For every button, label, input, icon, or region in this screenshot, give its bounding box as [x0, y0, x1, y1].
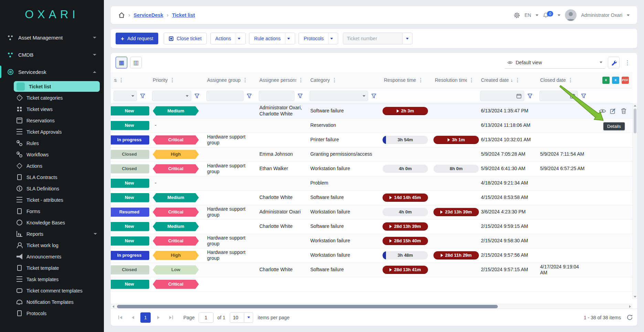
filter-input-assignee-persons[interactable] — [259, 91, 294, 101]
column-header-resolution-time[interactable]: Resolution time⋮ — [431, 72, 477, 88]
filter-input-assignee-group[interactable] — [206, 91, 244, 101]
actions-dropdown[interactable]: Actions — [210, 33, 246, 44]
column-header-response-time[interactable]: Response time⋮ — [380, 72, 431, 88]
ticket-row[interactable]: ClosedLowCharlotte WhiteSoftware failure… — [111, 263, 632, 277]
ticket-number-input[interactable] — [343, 33, 402, 44]
ticket-row[interactable]: NewCritical — [111, 277, 632, 291]
sidebar-item-workflows[interactable]: Workflows — [14, 149, 100, 160]
column-header-closed-date[interactable]: Closed date⋮ — [537, 72, 590, 88]
view-details-icon[interactable] — [599, 108, 606, 114]
calendar-icon[interactable] — [516, 93, 522, 99]
column-view-button[interactable]: ▥ — [130, 57, 142, 68]
sidebar-item-ticket-views[interactable]: Ticket views — [14, 104, 100, 114]
ticket-row[interactable]: In progressHighHardware support groupWor… — [111, 248, 632, 263]
filter-funnel-icon[interactable] — [526, 91, 534, 100]
filter-select-priority[interactable] — [152, 91, 191, 101]
ticket-row[interactable]: In progressCriticalHardware support grou… — [111, 133, 632, 147]
column-header-assignee-persons[interactable]: Assignee persons⋮ — [256, 72, 307, 88]
ticket-row[interactable]: NewCriticalHardware support groupWorksta… — [111, 234, 632, 248]
sidebar-item-announcements[interactable]: Announcements — [14, 251, 100, 262]
sidebar-item-forms[interactable]: Forms — [14, 206, 100, 217]
filter-date-created-date[interactable] — [480, 91, 524, 101]
sidebar-item-actions[interactable]: Actions — [14, 161, 100, 171]
current-page-button[interactable]: 1 — [140, 312, 151, 323]
sidebar-item-ticket-approvals[interactable]: Ticket Approvals — [14, 126, 100, 137]
sidebar-item-task-templates[interactable]: Task templates — [14, 274, 100, 285]
add-request-button[interactable]: + Add request — [116, 33, 158, 44]
ticket-row[interactable]: ClosedCriticalHardware support groupEtha… — [111, 162, 632, 176]
column-menu-icon[interactable]: ⋮ — [243, 77, 248, 83]
language-selector[interactable]: EN — [525, 12, 531, 18]
column-header-created-date[interactable]: Created date↓⋮ — [477, 72, 537, 88]
cell-created-date[interactable]: 6/13/2024 1:35:47 PM — [477, 104, 537, 118]
filter-funnel-icon[interactable] — [579, 91, 588, 100]
sidebar-item-notification-templates[interactable]: Notification Templates — [14, 297, 100, 307]
filter-funnel-icon[interactable] — [138, 91, 147, 100]
close-ticket-button[interactable]: Close ticket — [164, 33, 206, 44]
grid-menu-dots[interactable]: ⋮ — [622, 59, 632, 66]
notifications-button[interactable]: 0 — [543, 12, 553, 18]
filter-funnel-icon[interactable] — [193, 91, 201, 100]
column-menu-icon[interactable]: ⋮ — [515, 77, 520, 83]
sidebar-item-servicedesk[interactable]: Servicedesk — [0, 63, 104, 80]
sidebar-item-asset-management[interactable]: Asset Management — [0, 29, 104, 46]
column-menu-icon[interactable]: ⋮ — [469, 77, 474, 83]
scroll-up-arrow[interactable] — [633, 103, 637, 108]
scroll-down-arrow[interactable] — [633, 294, 637, 299]
next-page-button[interactable] — [153, 312, 163, 323]
sidebar-item-knowledge-bases[interactable]: Knowledge Bases — [14, 217, 100, 228]
sidebar-item-protocols[interactable]: Protocols — [14, 308, 100, 319]
vertical-scrollbar[interactable] — [632, 103, 637, 299]
scroll-right-arrow[interactable] — [627, 304, 632, 309]
user-avatar[interactable] — [565, 9, 577, 21]
ticket-row[interactable]: New-Reservation6/13/2024 11:18:06 AM — [111, 118, 632, 133]
ticket-row[interactable]: New-Problem4/18/2024 9:21:34 AM — [111, 176, 632, 190]
delete-ticket-icon[interactable] — [620, 108, 627, 114]
sidebar-item-ticket-attributes[interactable]: Ticket - attributes — [14, 195, 100, 205]
view-selector[interactable]: Default view — [505, 56, 605, 69]
sidebar-item-sla-contracts[interactable]: SLA Contracts — [14, 172, 100, 182]
filter-funnel-icon[interactable] — [369, 91, 378, 100]
ticket-row[interactable]: NewMediumCharlotte WhiteSoftware failure… — [111, 190, 632, 205]
refresh-button[interactable] — [626, 314, 633, 321]
sidebar-item-ticket-list[interactable]: Ticket list — [14, 81, 100, 92]
grid-view-button[interactable]: ▦ — [116, 57, 127, 68]
notifications-caret-icon[interactable] — [558, 14, 560, 16]
previous-page-button[interactable] — [128, 312, 138, 323]
sidebar-item-ticket-comment-templates[interactable]: Ticket comment templates — [14, 285, 100, 296]
vertical-scrollbar-thumb[interactable] — [634, 109, 636, 133]
horizontal-scrollbar[interactable] — [111, 304, 632, 309]
column-menu-icon[interactable]: ⋮ — [568, 77, 573, 83]
sidebar-item-cmdb[interactable]: CMDB — [0, 46, 104, 63]
column-menu-icon[interactable]: ⋮ — [119, 77, 124, 83]
breadcrumb-servicedesk[interactable]: ServiceDesk — [133, 12, 163, 18]
export-csv-icon[interactable]: X — [612, 77, 619, 84]
ticket-row[interactable]: ResumedCriticalHardware support groupAdm… — [111, 205, 632, 219]
items-per-page-value[interactable]: 10 — [230, 312, 244, 323]
scroll-left-arrow[interactable] — [111, 304, 116, 309]
protocols-dropdown[interactable]: Protocols — [299, 33, 338, 44]
breadcrumb-ticket-list[interactable]: Ticket list — [172, 12, 195, 18]
filter-date-closed-date[interactable] — [539, 91, 578, 101]
column-menu-icon[interactable]: ⋮ — [418, 77, 423, 83]
ticket-row[interactable]: NewMediumAdministrator Oxari, Charlotte … — [111, 104, 632, 118]
filter-funnel-icon[interactable] — [296, 91, 304, 100]
export-excel-icon[interactable]: X — [602, 77, 610, 84]
language-caret-icon[interactable] — [536, 14, 538, 16]
items-per-page-dropdown-button[interactable] — [244, 312, 253, 323]
sidebar-item-sla-definitions[interactable]: SLA Definitions — [14, 183, 100, 194]
sidebar-item-rules[interactable]: Rules — [14, 138, 100, 148]
column-menu-icon[interactable]: ⋮ — [170, 77, 175, 83]
ticket-number-dropdown-button[interactable] — [402, 33, 412, 44]
column-header-status[interactable]: s⋮ — [111, 72, 149, 88]
edit-ticket-icon[interactable] — [609, 108, 617, 114]
page-number-input[interactable] — [198, 312, 214, 323]
filter-select-category[interactable] — [310, 91, 368, 101]
sidebar-item-ticket-categories[interactable]: Ticket categories — [14, 92, 100, 103]
cell-assignee-persons[interactable]: Administrator Oxari, Charlotte White — [256, 104, 307, 118]
column-header-assignee-group[interactable]: Assignee group⋮ — [204, 72, 256, 88]
rule-actions-dropdown[interactable]: Rule actions — [249, 33, 295, 44]
user-menu-caret-icon[interactable] — [627, 14, 630, 16]
export-pdf-icon[interactable]: PDF — [622, 77, 629, 84]
settings-gear-icon[interactable] — [514, 12, 520, 19]
